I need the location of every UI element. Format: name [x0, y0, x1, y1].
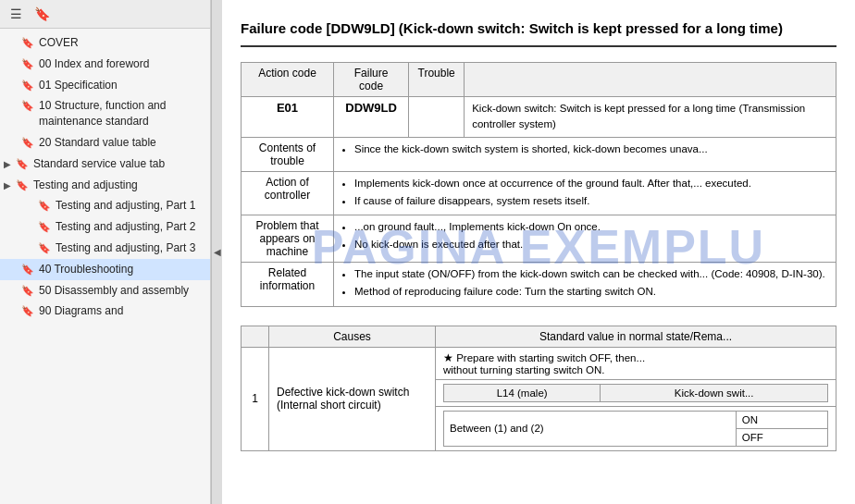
sidebar-item-cover[interactable]: 🔖 COVER: [0, 32, 210, 54]
sidebar-item-label: Testing and adjusting, Part 1: [56, 198, 204, 214]
expand-arrow-icon: ▶: [4, 158, 13, 171]
related-item2: Method of reproducing failure code: Turn…: [354, 284, 828, 300]
sidebar-item-testing-adjusting[interactable]: ▶ 🔖 Testing and adjusting: [0, 175, 210, 196]
sidebar-item-label: 90 Diagrams and: [39, 303, 204, 319]
bookmark-icon: 🔖: [21, 36, 34, 50]
sidebar-item-label: 40 Troubleshooting: [39, 262, 204, 277]
arrow-placeholder: [26, 200, 35, 213]
arrow-placeholder: [9, 137, 19, 150]
trouble-description: Kick-down switch: Switch is kept pressed…: [465, 97, 836, 138]
arrow-placeholder: [9, 37, 19, 50]
arrow-placeholder: [9, 264, 19, 277]
arrow-placeholder: [9, 285, 19, 298]
bookmark-icon: 🔖: [38, 241, 51, 255]
expand-arrow-icon: ▶: [4, 179, 13, 192]
bookmark-icon: 🔖: [21, 57, 34, 71]
num-header: [242, 326, 269, 347]
collapse-sidebar-handle[interactable]: ◀: [211, 0, 222, 504]
bookmark-icon: 🔖: [21, 99, 34, 113]
sidebar-item-40-trouble[interactable]: 🔖 40 Troubleshooting: [0, 259, 210, 280]
action-item1: Implements kick-down once at occurrence …: [354, 176, 828, 191]
bookmark-icon: 🔖: [21, 136, 34, 150]
sidebar-item-label: 20 Standard value table: [39, 135, 204, 151]
sub-row-between: Between (1) and (2) ON OFF: [436, 406, 836, 450]
causes-description: Defective kick-down switch (Internal sho…: [269, 347, 436, 450]
bookmark-icon: 🔖: [38, 199, 51, 213]
sidebar-item-testing-part2[interactable]: 🔖 Testing and adjusting, Part 2: [0, 216, 210, 238]
trouble-empty: [409, 97, 465, 138]
trouble-header: Trouble: [409, 63, 465, 97]
sidebar-item-20-standard[interactable]: 🔖 20 Standard value table: [0, 132, 210, 154]
arrow-placeholder: [26, 221, 35, 234]
between-label: Between (1) and (2): [444, 411, 737, 446]
related-info-content: The input state (ON/OFF) from the kick-d…: [334, 263, 836, 307]
sidebar-item-90-diagrams[interactable]: 🔖 90 Diagrams and: [0, 301, 210, 322]
menu-icon[interactable]: ☰: [6, 4, 26, 24]
sub-row-l14: L14 (male) Kick-down swit...: [436, 379, 836, 406]
off-value: OFF: [736, 428, 827, 446]
problem-machine-header: Problem that appears on machine: [242, 215, 334, 263]
prepare-note: ★ Prepare with starting switch OFF, then…: [436, 347, 836, 379]
sidebar-toolbar: ☰ 🔖: [0, 0, 210, 29]
sidebar-item-standard-service[interactable]: ▶ 🔖 Standard service value tab: [0, 154, 210, 175]
action-controller-header: Action of controller: [242, 171, 334, 215]
action-controller-content: Implements kick-down once at occurrence …: [334, 171, 836, 215]
problem-machine-content: ...on ground fault..., Implements kick-d…: [334, 215, 836, 263]
arrow-placeholder: [9, 58, 19, 71]
sidebar-item-label: 01 Specification: [39, 78, 204, 93]
contents-trouble-header: Contents of trouble: [242, 137, 334, 171]
sidebar-items: 🔖 COVER 🔖 00 Index and foreword 🔖 01 Spe…: [0, 29, 210, 504]
bookmark-icon: 🔖: [21, 79, 34, 92]
bookmark-icon: 🔖: [16, 178, 29, 192]
arrow-placeholder: [9, 100, 19, 113]
sidebar-item-testing-part3[interactable]: 🔖 Testing and adjusting, Part 3: [0, 238, 210, 259]
related-item1: The input state (ON/OFF) from the kick-d…: [354, 266, 828, 282]
on-value: ON: [736, 411, 827, 428]
kickdown-switch-label: Kick-down swit...: [601, 384, 828, 401]
arrow-placeholder: [9, 80, 19, 92]
sidebar-item-01-spec[interactable]: 🔖 01 Specification: [0, 75, 210, 96]
bookmark-icon: 🔖: [16, 157, 29, 171]
sidebar-item-50-disassembly[interactable]: 🔖 50 Disassembly and assembly: [0, 280, 210, 301]
contents-trouble-item1: Since the kick-down switch system is sho…: [354, 141, 828, 157]
related-info-header: Related information: [242, 263, 334, 307]
bookmark-icon: 🔖: [21, 263, 34, 277]
sidebar-item-label: 10 Structure, function and maintenance s…: [39, 98, 204, 129]
sidebar-item-label: Standard service value tab: [33, 156, 204, 172]
standard-value-header: Standard value in normal state/Rema...: [436, 326, 836, 347]
sidebar-item-label: 50 Disassembly and assembly: [39, 283, 204, 299]
action-item2: If cause of failure disappears, system r…: [354, 193, 828, 209]
failure-code-table: Action code Failure code Trouble E01 DDW…: [241, 62, 836, 307]
causes-table-container: Causes Standard value in normal state/Re…: [241, 326, 836, 451]
bookmark-icon: 🔖: [21, 284, 34, 298]
failure-code-header: Failure code: [334, 63, 409, 97]
causes-header: Causes: [269, 326, 436, 347]
arrow-placeholder: [26, 242, 35, 255]
sidebar-item-10-structure[interactable]: 🔖 10 Structure, function and maintenance…: [0, 95, 210, 132]
trouble-desc-header: [465, 63, 836, 97]
row-num: 1: [242, 347, 269, 450]
page-title: Failure code [DDW9LD] (Kick-down switch:…: [241, 18, 836, 47]
main-content: PAGINA EXEMPLU Failure code [DDW9LD] (Ki…: [222, 0, 855, 504]
problem-item2: No kick-down is executed after that.: [354, 237, 828, 252]
failure-code-value: DDW9LD: [334, 97, 409, 138]
bookmark-icon: 🔖: [21, 304, 34, 318]
sidebar-item-label: COVER: [39, 35, 204, 51]
bookmark-icon: 🔖: [38, 220, 51, 234]
problem-item1: ...on ground fault..., Implements kick-d…: [354, 219, 828, 235]
action-code-header: Action code: [242, 63, 334, 97]
sidebar-item-testing-part1[interactable]: 🔖 Testing and adjusting, Part 1: [0, 195, 210, 216]
sidebar-item-label: 00 Index and foreword: [39, 56, 204, 72]
bookmark-toolbar-icon[interactable]: 🔖: [31, 4, 52, 24]
sidebar-item-label: Testing and adjusting, Part 3: [56, 240, 204, 256]
action-code-value: E01: [242, 97, 334, 138]
sidebar: ☰ 🔖 🔖 COVER 🔖 00 Index and foreword 🔖 01…: [0, 0, 211, 504]
sidebar-item-label: Testing and adjusting: [33, 178, 204, 193]
sidebar-item-00-index[interactable]: 🔖 00 Index and foreword: [0, 54, 210, 75]
arrow-placeholder: [9, 305, 19, 318]
sidebar-item-label: Testing and adjusting, Part 2: [56, 219, 204, 235]
contents-trouble-content: Since the kick-down switch system is sho…: [334, 137, 836, 171]
l14-label: L14 (male): [444, 384, 601, 401]
